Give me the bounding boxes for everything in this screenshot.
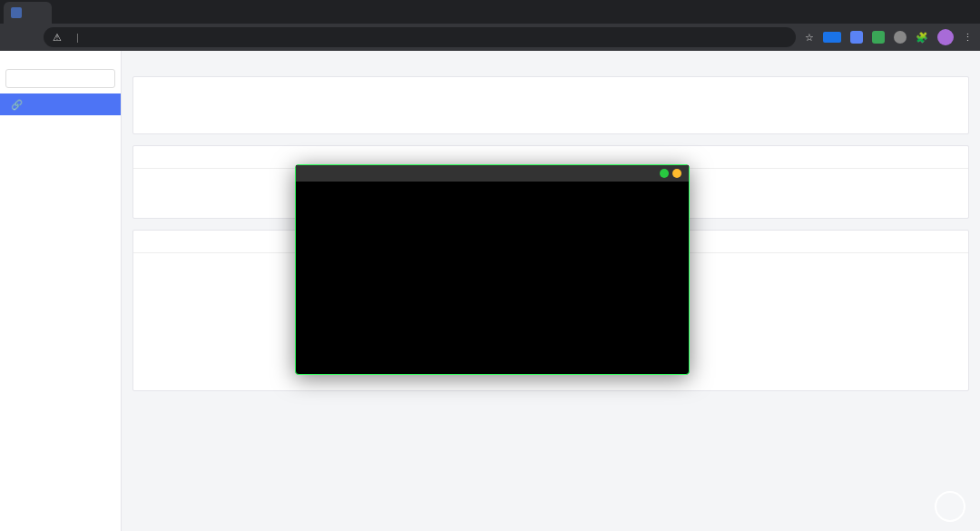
terminal-body[interactable] <box>296 182 689 374</box>
search-input[interactable] <box>5 69 115 88</box>
page-title <box>122 51 980 76</box>
link-icon: 🔗 <box>11 99 22 110</box>
extensions-menu-icon[interactable]: 🧩 <box>916 32 928 44</box>
watermark <box>935 491 971 522</box>
extension-icon[interactable] <box>850 31 863 44</box>
profile-avatar[interactable] <box>937 29 954 45</box>
intro-card <box>132 76 969 134</box>
browser-tab[interactable] <box>4 2 52 24</box>
address-bar[interactable]: ⚠ | <box>44 27 796 47</box>
menu-icon[interactable]: ⋮ <box>963 32 973 44</box>
terminal-max-icon[interactable] <box>672 169 681 178</box>
extension-icons: ☆ 🧩 ⋮ <box>805 29 973 45</box>
terminal-min-icon[interactable] <box>660 169 669 178</box>
sidebar-nav: 🔗 <box>0 93 121 531</box>
bookmark-icon[interactable]: ☆ <box>805 32 814 44</box>
favicon <box>11 7 22 18</box>
sidebar: 🔗 <box>0 51 122 531</box>
terminal-window[interactable] <box>295 164 690 375</box>
browser-tab-strip <box>0 0 980 24</box>
logo <box>0 51 121 67</box>
terminal-titlebar[interactable] <box>296 165 689 182</box>
browser-toolbar: ⚠ | ☆ 🧩 ⋮ <box>0 24 980 51</box>
extension-icon[interactable] <box>872 31 885 44</box>
extension-icon[interactable] <box>894 31 906 44</box>
watermark-icon <box>935 491 965 522</box>
insecure-icon: ⚠ <box>53 32 62 44</box>
sidebar-item-services[interactable]: 🔗 <box>0 93 121 115</box>
new-badge-icon[interactable] <box>823 32 841 43</box>
sidebar-search <box>5 69 115 88</box>
